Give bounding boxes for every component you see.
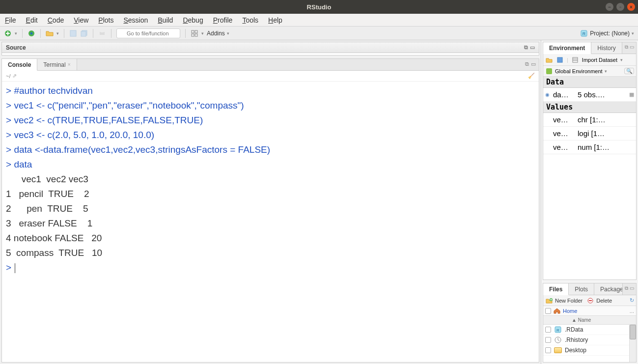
r-icon (545, 67, 553, 75)
tab-history[interactable]: History (591, 42, 622, 54)
grid-icon[interactable] (191, 29, 198, 37)
env-body: Data◉da…5 obs.…▦Valuesve…chr [1:…ve…logi… (543, 77, 636, 280)
dropdown-icon[interactable]: ▾ (56, 31, 59, 36)
new-file-icon[interactable] (4, 29, 12, 37)
tab-files[interactable]: Files (543, 283, 569, 295)
console-line: 2 pen TRUE 5 (6, 201, 535, 216)
menu-file[interactable]: File (5, 16, 16, 24)
console-line: > vec3 <- c(2.0, 5.0, 1.0, 20.0, 10.0) (6, 128, 535, 142)
select-all-checkbox[interactable] (545, 308, 551, 314)
menu-profile[interactable]: Profile (213, 16, 233, 24)
tab-packages[interactable]: Packages (594, 283, 623, 295)
import-dataset-button[interactable]: Import Dataset (582, 57, 617, 63)
tab-plots[interactable]: Plots (569, 283, 594, 295)
dropdown-icon[interactable]: ▾ (201, 31, 204, 36)
pane-restore-icon[interactable]: ⧉ (625, 285, 628, 293)
window-title: RStudio (307, 3, 332, 11)
scrollbar[interactable] (629, 325, 636, 362)
project-menu[interactable]: R Project: (None) ▾ (580, 29, 634, 37)
pane-collapse-icon[interactable]: ▭ (630, 44, 634, 52)
delete-button[interactable]: Delete (596, 298, 612, 304)
menu-debug[interactable]: Debug (183, 16, 203, 24)
pane-restore-icon[interactable]: ⧉ (524, 44, 528, 51)
svg-rect-5 (81, 31, 86, 36)
menu-build[interactable]: Build (158, 16, 173, 24)
tab-console[interactable]: Console (2, 59, 37, 71)
env-row[interactable]: ◉da…5 obs.…▦ (543, 88, 636, 102)
pane-restore-icon[interactable]: ⧉ (525, 61, 529, 68)
menu-code[interactable]: Code (48, 16, 64, 24)
pane-restore-icon[interactable]: ⧉ (625, 44, 628, 52)
menu-session[interactable]: Session (123, 16, 148, 24)
files-toolbar: New Folder Delete ↻ (543, 295, 636, 306)
save-icon[interactable] (69, 29, 77, 37)
console-output[interactable]: > #author techvidvan> vec1 <- c("pencil"… (2, 82, 539, 362)
files-list-header: ▲ Name (543, 316, 636, 325)
file-checkbox[interactable] (545, 337, 551, 343)
menubar: File Edit Code View Plots Session Build … (0, 14, 638, 27)
pane-collapse-icon[interactable]: ▭ (630, 285, 634, 293)
addins-menu[interactable]: Addins ▾ (207, 30, 229, 37)
env-row[interactable]: ve…logi [1… (543, 127, 636, 140)
home-icon[interactable] (553, 307, 561, 315)
print-icon[interactable] (98, 29, 106, 37)
console-prompt[interactable]: > (6, 260, 535, 275)
menu-tools[interactable]: Tools (242, 16, 258, 24)
svg-rect-11 (195, 34, 197, 36)
refresh-icon[interactable]: ↻ (630, 297, 634, 304)
window-close-button[interactable]: × (627, 3, 635, 11)
dropdown-icon[interactable]: ▾ (15, 31, 17, 36)
console-tabs: Console Terminal× ⧉ ▭ (2, 59, 539, 71)
tab-terminal[interactable]: Terminal× (37, 59, 77, 70)
env-scope-selector[interactable]: Global Environment (555, 68, 603, 74)
import-dataset-icon[interactable] (571, 56, 579, 64)
env-row[interactable]: ve…num [1:… (543, 140, 636, 154)
pane-maximize-icon[interactable]: ▭ (531, 61, 536, 68)
window-minimize-button[interactable]: – (606, 3, 613, 11)
goto-file-input[interactable] (116, 28, 180, 38)
new-project-icon[interactable] (28, 29, 35, 37)
save-all-icon[interactable] (80, 29, 88, 37)
menu-view[interactable]: View (74, 16, 88, 24)
file-checkbox[interactable] (545, 347, 551, 353)
svg-rect-16 (546, 68, 552, 74)
window-maximize-button[interactable]: ▫ (616, 3, 624, 11)
menu-edit[interactable]: Edit (26, 16, 38, 24)
file-checkbox[interactable] (545, 327, 551, 333)
source-pane: Source ⧉ ▭ (1, 42, 539, 56)
file-row[interactable]: .Rhistory (543, 335, 636, 345)
open-file-icon[interactable] (46, 29, 54, 37)
search-icon[interactable]: 🔍 (624, 68, 634, 74)
pane-collapse-icon[interactable]: ▭ (530, 44, 535, 51)
svg-rect-2 (30, 32, 32, 34)
name-column-header[interactable]: ▲ Name (572, 317, 591, 323)
console-line: vec1 vec2 vec3 (6, 172, 535, 187)
svg-rect-7 (101, 30, 104, 32)
files-list: R.RData.RhistoryDesktop (543, 325, 636, 362)
file-row[interactable]: Desktop (543, 345, 636, 356)
menu-help[interactable]: Help (268, 16, 282, 24)
svg-text:R: R (556, 328, 559, 333)
clear-console-icon[interactable]: 🧹 (528, 73, 535, 79)
new-folder-button[interactable]: New Folder (555, 298, 583, 304)
save-workspace-icon[interactable] (556, 56, 564, 64)
load-workspace-icon[interactable] (545, 56, 553, 64)
close-icon[interactable]: × (68, 62, 71, 67)
new-folder-icon[interactable] (545, 297, 553, 305)
tab-environment[interactable]: Environment (543, 42, 591, 54)
menu-plots[interactable]: Plots (98, 16, 113, 24)
file-row[interactable]: R.RData (543, 325, 636, 335)
breadcrumb-home[interactable]: Home (563, 308, 577, 314)
file-name: .Rhistory (565, 336, 588, 343)
svg-rect-8 (192, 30, 194, 33)
console-line: 4 notebook FALSE 20 (6, 231, 535, 246)
table-icon[interactable]: ▦ (629, 91, 634, 98)
delete-icon[interactable] (586, 297, 594, 305)
env-row[interactable]: ve…chr [1:… (543, 113, 636, 127)
popout-icon[interactable]: ⇗ (12, 73, 17, 79)
console-line: > vec2 <- c(TRUE,TRUE,FALSE,FALSE,TRUE) (6, 113, 535, 128)
more-icon[interactable]: ... (630, 308, 634, 314)
console-line: > #author techvidvan (6, 84, 535, 98)
env-tabs: Environment History ⧉ ▭ (543, 42, 636, 54)
svg-rect-3 (70, 30, 76, 36)
